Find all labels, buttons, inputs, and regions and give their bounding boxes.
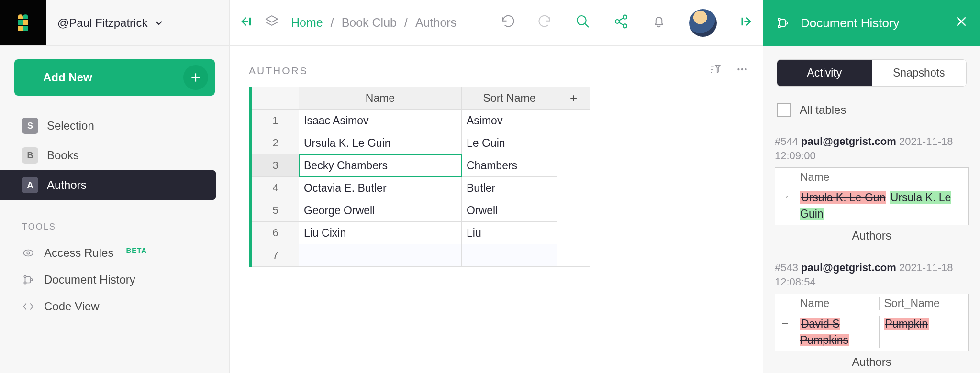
add-column-button[interactable]: +: [557, 87, 590, 110]
col-header-sortname[interactable]: Sort Name: [462, 87, 557, 110]
sidebar-item-authors[interactable]: A Authors: [0, 170, 216, 200]
notifications-button[interactable]: [652, 14, 666, 31]
close-panel-button[interactable]: [955, 15, 968, 31]
breadcrumb-workspace[interactable]: Book Club: [342, 16, 397, 30]
collapse-sidebar-button[interactable]: [239, 15, 253, 31]
tab-activity[interactable]: Activity: [777, 60, 872, 86]
cell-name[interactable]: Ursula K. Le Guin: [299, 132, 462, 154]
sidebar-item-books[interactable]: B Books: [0, 141, 229, 170]
cell-sortname[interactable]: Le Guin: [462, 132, 557, 154]
entry-id: #543: [775, 262, 798, 274]
entry-columns: NameSort_Name: [795, 294, 968, 313]
add-new-wrap: Add New: [0, 46, 229, 109]
topbar: Home / Book Club / Authors: [230, 0, 763, 46]
undo-button[interactable]: [501, 14, 515, 31]
pages-button[interactable]: [264, 14, 279, 32]
grist-logo-icon: [13, 13, 33, 33]
checkbox[interactable]: [777, 103, 791, 117]
right-panel: Document History Activity Snapshots All …: [763, 0, 980, 373]
svg-rect-0: [18, 20, 23, 25]
cell-name[interactable]: Isaac Asimov: [299, 110, 462, 132]
plus-icon: [183, 65, 208, 90]
table-row: 5George OrwellOrwell: [252, 199, 590, 222]
cell-name[interactable]: Becky Chambers: [299, 154, 462, 177]
avatar[interactable]: [689, 9, 717, 37]
row-number[interactable]: 7: [252, 244, 299, 267]
tool-code-view[interactable]: Code View: [0, 293, 229, 320]
grid: Name Sort Name + 1Isaac AsimovAsimov2Urs…: [249, 87, 590, 267]
row-number[interactable]: 5: [252, 199, 299, 222]
page-badge: A: [22, 177, 38, 193]
tool-document-history[interactable]: Document History: [0, 266, 229, 293]
search-button[interactable]: [575, 14, 590, 32]
page-badge: B: [22, 147, 38, 164]
breadcrumb-sep: /: [404, 16, 408, 30]
svg-point-17: [623, 15, 627, 19]
main: Home / Book Club / Authors: [230, 0, 763, 373]
entry-meta: #544 paul@getgrist.com 2021-11-18 12:09:…: [775, 134, 969, 163]
entry-diff: David S Pumpkins Pumpkin: [795, 313, 968, 351]
cell-name[interactable]: [299, 244, 462, 267]
page-label: Authors: [47, 178, 87, 192]
entry-card[interactable]: –NameSort_NameDavid S Pumpkins Pumpkin: [775, 294, 969, 351]
cell-sortname[interactable]: Orwell: [462, 199, 557, 222]
sort-filter-button[interactable]: [709, 63, 722, 78]
sidebar-item-selection[interactable]: S Selection: [0, 111, 229, 141]
code-icon: [22, 300, 34, 313]
table-row: 4Octavia E. ButlerButler: [252, 177, 590, 199]
breadcrumb-home[interactable]: Home: [291, 16, 323, 30]
page-label: Books: [47, 149, 79, 162]
row-number[interactable]: 3: [252, 154, 299, 177]
entry-card[interactable]: →NameUrsula K. Le Gun Ursula K. Le Guin: [775, 167, 969, 225]
cell-name[interactable]: Octavia E. Butler: [299, 177, 462, 199]
entry-table-label: Authors: [775, 225, 969, 243]
cell-sortname[interactable]: Liu: [462, 222, 557, 244]
col-header-name[interactable]: Name: [299, 87, 462, 110]
cell-name[interactable]: George Orwell: [299, 199, 462, 222]
tab-snapshots[interactable]: Snapshots: [872, 60, 967, 86]
svg-rect-3: [23, 26, 28, 31]
row-number[interactable]: 2: [252, 132, 299, 154]
svg-point-30: [778, 25, 780, 28]
redo-button[interactable]: [538, 14, 552, 31]
eye-icon: [22, 247, 34, 259]
row-number[interactable]: 6: [252, 222, 299, 244]
update-icon: →: [775, 168, 795, 225]
expand-right-panel-button[interactable]: [740, 15, 753, 31]
breadcrumb-doc[interactable]: Authors: [415, 16, 457, 30]
workspace-selector[interactable]: @Paul Fitzpatrick: [46, 0, 229, 45]
view-menu-button[interactable]: [736, 63, 748, 78]
svg-line-15: [585, 23, 589, 27]
history-icon: [776, 16, 790, 30]
svg-point-26: [737, 68, 739, 70]
tools-header: TOOLS: [0, 200, 229, 240]
table-row: 7: [252, 244, 590, 267]
app-logo[interactable]: [0, 0, 46, 45]
diff-deleted: David S Pumpkins: [800, 318, 849, 346]
row-number[interactable]: 4: [252, 177, 299, 199]
row-number[interactable]: 1: [252, 110, 299, 132]
view-controls: [709, 63, 748, 78]
all-tables-toggle[interactable]: All tables: [775, 103, 969, 117]
dots-icon: [736, 63, 748, 76]
funnel-icon: [709, 63, 722, 76]
svg-marker-13: [266, 16, 278, 22]
svg-point-28: [745, 68, 746, 70]
close-icon: [955, 15, 968, 28]
cell-sortname[interactable]: [462, 244, 557, 267]
right-panel-header: Document History: [763, 0, 980, 46]
tool-access-rules[interactable]: Access Rules BETA: [0, 240, 229, 266]
svg-point-14: [577, 16, 586, 25]
right-panel-title: Document History: [801, 16, 900, 31]
topbar-right: [501, 9, 753, 37]
cell-sortname[interactable]: Butler: [462, 177, 557, 199]
add-new-button[interactable]: Add New: [14, 59, 215, 96]
history-tabs: Activity Snapshots: [777, 59, 967, 87]
table-row: 1Isaac AsimovAsimov: [252, 110, 590, 132]
cell-name[interactable]: Liu Cixin: [299, 222, 462, 244]
share-button[interactable]: [613, 14, 629, 32]
page-badge: S: [22, 118, 38, 134]
cell-sortname[interactable]: Chambers: [462, 154, 557, 177]
cell-sortname[interactable]: Asimov: [462, 110, 557, 132]
svg-point-31: [785, 22, 788, 24]
